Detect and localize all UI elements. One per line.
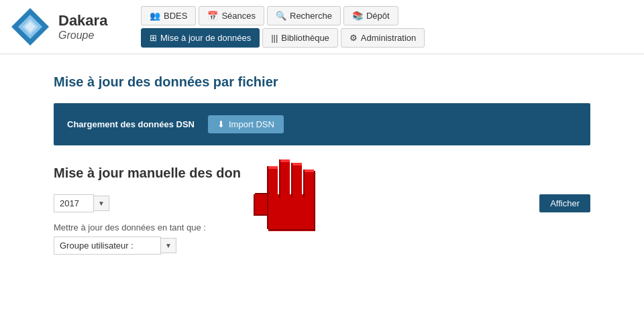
depot-icon: 📚 (352, 11, 363, 21)
dsn-label: Chargement des données DSN (67, 119, 195, 129)
main-content: Mise à jour des données par fichier Char… (0, 54, 644, 268)
import-dsn-button[interactable]: ⬇ Import DSN (208, 115, 284, 133)
nav-row-1: 👥 BDES 📅 Séances 🔍 Recherche 📚 Dépôt (141, 6, 637, 25)
header: Dakara Groupe 👥 BDES 📅 Séances 🔍 Recherc… (0, 0, 644, 54)
logo-text: Dakara Groupe (58, 12, 107, 42)
nav-administration[interactable]: ⚙ Administration (341, 28, 425, 48)
nav-row-2: ⊞ Mise à jour de données ||| Bibliothèqu… (141, 28, 637, 48)
year-input[interactable] (54, 194, 94, 212)
nav-bibliotheque[interactable]: ||| Bibliothèque (262, 28, 338, 48)
manual-section-title: Mise à jour manuelle des don (54, 165, 590, 181)
logo-icon (10, 7, 50, 47)
seances-icon: 📅 (207, 11, 218, 21)
seances-label: Séances (221, 11, 256, 21)
page-title: Mise à jour des données par fichier (54, 74, 590, 90)
nav-maj-donnees[interactable]: ⊞ Mise à jour de données (141, 28, 260, 48)
user-group-selector: ▼ (54, 237, 590, 255)
bdes-icon: 👥 (150, 11, 160, 21)
year-dropdown-button[interactable]: ▼ (94, 196, 109, 211)
admin-label: Administration (361, 33, 416, 43)
manual-section: Mise à jour manuelle des don ▼ Afficher … (54, 165, 590, 255)
logo-group: Groupe (58, 29, 107, 42)
dsn-section: Chargement des données DSN ⬇ Import DSN (54, 103, 590, 145)
nav-seances[interactable]: 📅 Séances (199, 6, 264, 25)
maj-icon: ⊞ (150, 33, 157, 43)
bibliotheque-icon: ||| (271, 33, 278, 43)
bibliotheque-label: Bibliothèque (281, 33, 329, 43)
depot-label: Dépôt (366, 11, 390, 21)
nav-recherche[interactable]: 🔍 Recherche (267, 6, 341, 25)
year-selector: ▼ (54, 194, 109, 212)
maj-label: Mise à jour de données (160, 33, 251, 43)
nav-bdes[interactable]: 👥 BDES (141, 6, 196, 25)
afficher-button[interactable]: Afficher (539, 194, 590, 212)
recherche-icon: 🔍 (276, 11, 286, 21)
logo-area: Dakara Groupe (0, 0, 134, 54)
recherche-label: Recherche (290, 11, 332, 21)
bdes-label: BDES (164, 11, 187, 21)
user-group-input[interactable] (54, 237, 161, 255)
logo-company: Dakara (58, 12, 107, 29)
navigation: 👥 BDES 📅 Séances 🔍 Recherche 📚 Dépôt ⊞ M… (134, 0, 644, 54)
download-icon: ⬇ (217, 119, 225, 129)
admin-icon: ⚙ (350, 33, 358, 43)
update-label: Mettre à jour des données en tant que : (54, 222, 590, 232)
manual-row: ▼ Afficher (54, 194, 590, 212)
user-group-dropdown-button[interactable]: ▼ (161, 238, 176, 253)
import-dsn-label: Import DSN (229, 119, 274, 129)
nav-depot[interactable]: 📚 Dépôt (343, 6, 398, 25)
